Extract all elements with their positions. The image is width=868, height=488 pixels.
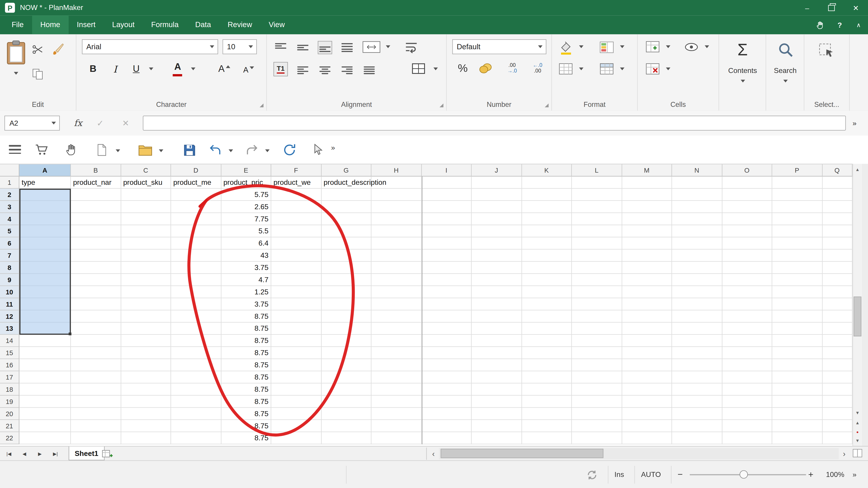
- contents-dropdown[interactable]: [739, 80, 747, 83]
- cell-H8[interactable]: [371, 262, 422, 274]
- cell-K3[interactable]: [522, 201, 572, 213]
- borders-dropdown[interactable]: [432, 68, 439, 70]
- cell-C21[interactable]: [121, 420, 171, 432]
- cell-E8[interactable]: 3.75: [221, 262, 271, 274]
- fill-color-dropdown[interactable]: [577, 45, 585, 48]
- cell-A20[interactable]: [20, 408, 71, 420]
- cell-G15[interactable]: [321, 347, 372, 359]
- font-name-select[interactable]: Arial: [82, 39, 218, 54]
- cell-O15[interactable]: [722, 347, 772, 359]
- cell-C11[interactable]: [121, 298, 171, 311]
- cell-P20[interactable]: [772, 408, 822, 420]
- cell-Q13[interactable]: [822, 323, 852, 335]
- redo-dropdown[interactable]: [264, 149, 271, 152]
- cell-Q17[interactable]: [822, 371, 852, 383]
- previous-sheet-button[interactable]: ◀: [18, 448, 31, 459]
- currency-format-button[interactable]: [477, 62, 493, 74]
- cell-P22[interactable]: [772, 432, 822, 445]
- cell-M17[interactable]: [622, 371, 672, 383]
- cell-L22[interactable]: [572, 432, 622, 445]
- cell-H10[interactable]: [371, 286, 422, 298]
- cell-N9[interactable]: [672, 274, 722, 286]
- cell-O3[interactable]: [722, 201, 772, 213]
- cell-N21[interactable]: [672, 420, 722, 432]
- cell-C22[interactable]: [121, 432, 171, 445]
- cell-B11[interactable]: [71, 298, 121, 311]
- sigma-icon[interactable]: Σ: [719, 38, 766, 62]
- cell-N7[interactable]: [672, 250, 722, 262]
- column-header-A[interactable]: A: [20, 164, 71, 176]
- column-header-L[interactable]: L: [572, 164, 622, 176]
- cell-Q11[interactable]: [822, 298, 852, 311]
- cell-O16[interactable]: [722, 359, 772, 371]
- cell-C2[interactable]: [121, 189, 171, 201]
- column-header-M[interactable]: M: [622, 164, 672, 176]
- cell-P1[interactable]: [772, 176, 822, 189]
- cell-I11[interactable]: [422, 298, 472, 311]
- cell-F18[interactable]: [271, 383, 321, 396]
- cell-K21[interactable]: [522, 420, 572, 432]
- fill-color-button[interactable]: [559, 40, 574, 55]
- font-color-button[interactable]: A: [170, 60, 185, 77]
- cell-H6[interactable]: [371, 237, 422, 250]
- column-header-H[interactable]: H: [371, 164, 422, 176]
- cell-K9[interactable]: [522, 274, 572, 286]
- cell-H11[interactable]: [371, 298, 422, 311]
- cell-G20[interactable]: [321, 408, 372, 420]
- cell-K8[interactable]: [522, 262, 572, 274]
- cell-J13[interactable]: [472, 323, 522, 335]
- cell-D3[interactable]: [171, 201, 221, 213]
- statusbar-overflow[interactable]: »: [852, 461, 857, 488]
- column-header-D[interactable]: D: [171, 164, 221, 176]
- open-document-button[interactable]: [137, 144, 153, 157]
- sync-status[interactable]: [586, 468, 598, 481]
- cell-M2[interactable]: [622, 189, 672, 201]
- cell-Q21[interactable]: [822, 420, 852, 432]
- cell-J22[interactable]: [472, 432, 522, 445]
- cell-B2[interactable]: [71, 189, 121, 201]
- cell-G9[interactable]: [321, 274, 372, 286]
- cell-N1[interactable]: [672, 176, 722, 189]
- cell-Q10[interactable]: [822, 286, 852, 298]
- cell-M14[interactable]: [622, 335, 672, 347]
- cell-I4[interactable]: [422, 213, 472, 225]
- cell-M15[interactable]: [622, 347, 672, 359]
- cell-B13[interactable]: [71, 323, 121, 335]
- pointer-tool-button[interactable]: [311, 143, 324, 157]
- italic-button[interactable]: I: [107, 61, 123, 77]
- cell-E10[interactable]: 1.25: [221, 286, 271, 298]
- cell-J6[interactable]: [472, 237, 522, 250]
- cell-G17[interactable]: [321, 371, 372, 383]
- cell-C6[interactable]: [121, 237, 171, 250]
- cell-L19[interactable]: [572, 396, 622, 408]
- cell-J19[interactable]: [472, 396, 522, 408]
- cell-C10[interactable]: [121, 286, 171, 298]
- format-painter-button[interactable]: [52, 42, 66, 57]
- cell-I18[interactable]: [422, 383, 472, 396]
- cell-K20[interactable]: [522, 408, 572, 420]
- cell-N11[interactable]: [672, 298, 722, 311]
- cell-N2[interactable]: [672, 189, 722, 201]
- vertical-scroll-thumb[interactable]: [854, 297, 861, 336]
- cell-M8[interactable]: [622, 262, 672, 274]
- column-header-F[interactable]: F: [271, 164, 321, 176]
- cell-L13[interactable]: [572, 323, 622, 335]
- browse-next-button[interactable]: ▼: [853, 436, 862, 445]
- cell-M20[interactable]: [622, 408, 672, 420]
- cell-M18[interactable]: [622, 383, 672, 396]
- cell-P12[interactable]: [772, 311, 822, 323]
- cell-B20[interactable]: [71, 408, 121, 420]
- zoom-out-button[interactable]: −: [678, 461, 683, 488]
- cell-N17[interactable]: [672, 371, 722, 383]
- cell-K14[interactable]: [522, 335, 572, 347]
- cell-N14[interactable]: [672, 335, 722, 347]
- cell-Q1[interactable]: [822, 176, 852, 189]
- zoom-level[interactable]: 100%: [826, 461, 844, 488]
- cell-B21[interactable]: [71, 420, 121, 432]
- cell-J12[interactable]: [472, 311, 522, 323]
- cell-M16[interactable]: [622, 359, 672, 371]
- touch-mode-icon[interactable]: [813, 20, 827, 30]
- cell-J21[interactable]: [472, 420, 522, 432]
- cell-C12[interactable]: [121, 311, 171, 323]
- cell-Q15[interactable]: [822, 347, 852, 359]
